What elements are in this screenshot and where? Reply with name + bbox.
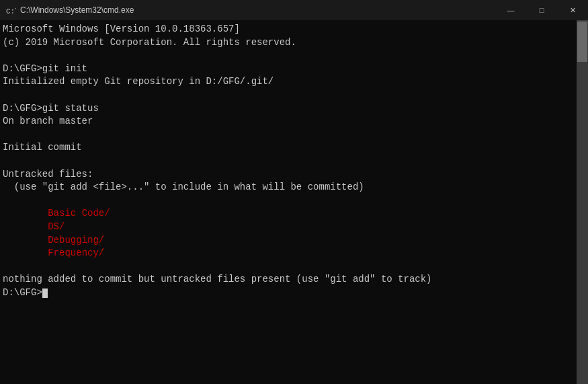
window-title: C:\Windows\System32\cmd.exe [20,5,134,15]
close-button[interactable]: ✕ [557,0,588,20]
maximize-button[interactable]: □ [526,0,557,20]
terminal-line: Untracked files: [3,168,574,182]
terminal-output[interactable]: Microsoft Windows [Version 10.0.18363.65… [0,20,577,384]
terminal-line: D:\GFG>git init [3,63,574,76]
scrollbar-thumb[interactable] [577,22,587,62]
cmd-icon: C:\ [5,5,16,15]
terminal-line: Frequency/ [3,247,574,260]
titlebar: C:\ C:\Windows\System32\cmd.exe — □ ✕ [0,0,588,20]
titlebar-left: C:\ C:\Windows\System32\cmd.exe [5,5,134,15]
terminal-line: On branch master [3,115,574,128]
terminal-line [3,89,574,102]
terminal-line: D:\GFG>git status [3,102,574,116]
content-area: Microsoft Windows [Version 10.0.18363.65… [0,20,588,384]
window: C:\ C:\Windows\System32\cmd.exe — □ ✕ Mi… [0,0,588,384]
terminal-line: Initialized empty Git repository in D:/G… [3,75,574,89]
titlebar-buttons: — □ ✕ [495,0,588,20]
terminal-line: Initial commit [3,141,574,155]
terminal-line [3,155,574,168]
terminal-line: Debugging/ [3,234,574,247]
svg-text:C:\: C:\ [6,7,16,15]
terminal-line: DS/ [3,221,574,234]
scrollbar[interactable] [577,20,588,384]
terminal-line: (use "git add <file>..." to include in w… [3,181,574,194]
terminal-line [3,49,574,63]
terminal-line [3,194,574,208]
terminal-line: nothing added to commit but untracked fi… [3,273,574,286]
terminal-line [3,260,574,274]
terminal-line: (c) 2019 Microsoft Corporation. All righ… [3,36,574,50]
terminal-line [3,128,574,142]
terminal-line: D:\GFG> [3,286,574,300]
terminal-line: Microsoft Windows [Version 10.0.18363.65… [3,23,574,36]
minimize-button[interactable]: — [495,0,526,20]
cursor-block [42,289,48,298]
terminal-line: Basic Code/ [3,207,574,221]
